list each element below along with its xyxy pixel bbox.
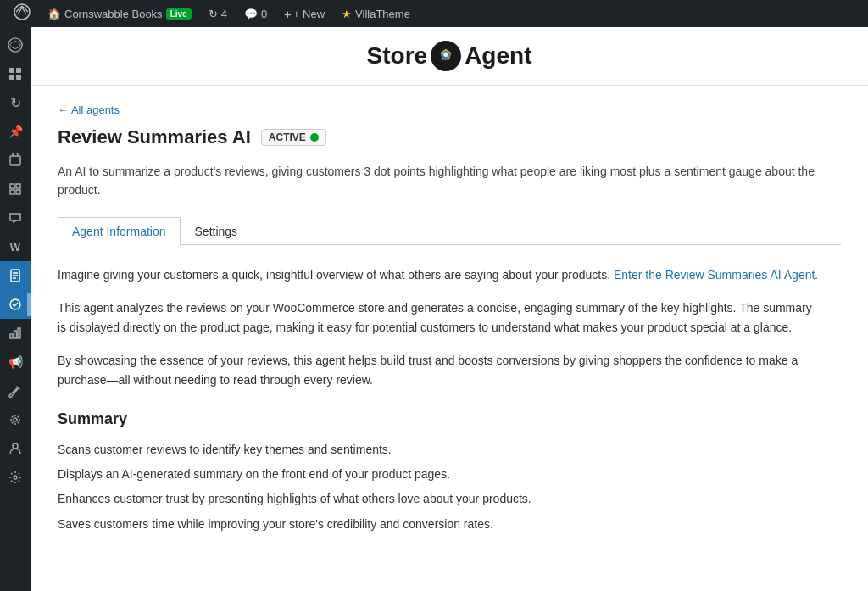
- svg-rect-6: [10, 156, 20, 165]
- house-icon: 🏠: [47, 8, 61, 20]
- sidebar-icon-updates[interactable]: ↻: [0, 88, 31, 117]
- sidebar-icon-tools[interactable]: [0, 376, 31, 405]
- svg-rect-9: [10, 190, 14, 194]
- svg-rect-10: [16, 190, 20, 194]
- tab-content-agent-information: Imagine giving your customers a quick, i…: [58, 245, 821, 560]
- site-name-item[interactable]: 🏠 Cornswabble Books Live: [41, 0, 198, 27]
- store-agent-logo: Store Agent: [367, 41, 532, 71]
- svg-point-1: [8, 38, 22, 52]
- sidebar-icon-comments[interactable]: [0, 204, 31, 232]
- svg-rect-2: [9, 68, 14, 73]
- tab-paragraph-1: Imagine giving your customers a quick, i…: [58, 265, 821, 285]
- tab-bar: Agent Information Settings: [58, 217, 841, 245]
- sidebar-icon-dashboard[interactable]: [0, 59, 31, 88]
- agent-description: An AI to summarize a product's reviews, …: [58, 162, 821, 200]
- svg-rect-16: [10, 334, 13, 338]
- main-wrapper: Store Agent ← All agents Review Summarie…: [31, 27, 868, 591]
- sidebar-icon-orders[interactable]: [0, 146, 31, 175]
- plus-icon: +: [284, 7, 292, 21]
- svg-rect-5: [16, 75, 21, 80]
- sidebar-icon-store-agent[interactable]: [0, 290, 31, 319]
- comments-count: 0: [261, 8, 267, 20]
- tab-paragraph-3: By showcasing the essence of your review…: [58, 351, 821, 390]
- sidebar-icon-appearance[interactable]: [0, 405, 31, 434]
- site-name-label: Cornswabble Books: [64, 8, 163, 20]
- wp-logo-icon: [14, 3, 31, 25]
- summary-heading: Summary: [58, 410, 821, 428]
- svg-point-21: [14, 476, 17, 479]
- updates-count: 4: [221, 8, 227, 20]
- sidebar-icon-pin[interactable]: 📌: [0, 117, 31, 146]
- svg-rect-3: [16, 68, 21, 73]
- sidebar-icon-wordpress[interactable]: [0, 31, 31, 59]
- sidebar-icon-settings[interactable]: [0, 463, 31, 492]
- updates-item[interactable]: ↻ 4: [202, 0, 234, 27]
- agent-title-row: Review Summaries AI ACTIVE: [58, 126, 841, 148]
- villatheme-label: VillaTheme: [355, 8, 410, 20]
- main-content: ← All agents Review Summaries AI ACTIVE …: [31, 86, 868, 577]
- plugin-area: Store Agent ← All agents Review Summarie…: [31, 27, 868, 591]
- active-badge: ACTIVE: [261, 129, 326, 146]
- agent-title: Review Summaries AI: [58, 126, 251, 148]
- sidebar-icon-pages[interactable]: [0, 261, 31, 290]
- svg-point-25: [443, 52, 448, 57]
- sidebar-icon-woo[interactable]: W: [0, 232, 31, 261]
- live-badge: Live: [166, 8, 192, 20]
- back-link[interactable]: ← All agents: [58, 103, 120, 116]
- svg-point-20: [13, 443, 18, 449]
- summary-item-1: Scans customer reviews to identify key t…: [58, 440, 821, 460]
- svg-rect-4: [9, 75, 14, 80]
- active-badge-label: ACTIVE: [269, 131, 306, 143]
- villatheme-item[interactable]: ★ VillaTheme: [335, 0, 417, 27]
- sidebar-icon-analytics[interactable]: [0, 319, 31, 348]
- logo-text-before: Store: [367, 42, 428, 70]
- logo-icon: [431, 41, 461, 71]
- star-icon: ★: [342, 8, 352, 20]
- comments-icon: 💬: [244, 8, 258, 20]
- active-dot: [310, 133, 319, 142]
- svg-rect-17: [14, 331, 17, 338]
- summary-item-3: Enhances customer trust by presenting hi…: [58, 489, 821, 509]
- admin-sidebar: ↻ 📌 W 📢: [0, 27, 31, 591]
- svg-rect-18: [18, 328, 20, 338]
- new-label: + New: [293, 8, 325, 20]
- logo-text-after: Agent: [465, 42, 531, 70]
- comments-item[interactable]: 💬 0: [237, 0, 274, 27]
- wp-logo-item[interactable]: [7, 0, 37, 27]
- admin-bar: 🏠 Cornswabble Books Live ↻ 4 💬 0 + + New…: [0, 0, 868, 27]
- svg-point-19: [14, 418, 17, 421]
- svg-rect-8: [16, 184, 20, 188]
- tab-paragraph-2: This agent analyzes the reviews on your …: [58, 298, 821, 337]
- summary-item-4: Saves customers time while improving you…: [58, 515, 821, 534]
- updates-icon: ↻: [209, 8, 218, 20]
- store-agent-header: Store Agent: [31, 27, 868, 86]
- tab-settings[interactable]: Settings: [181, 217, 253, 245]
- new-item[interactable]: + + New: [277, 0, 331, 27]
- tab-agent-information[interactable]: Agent Information: [58, 217, 181, 245]
- svg-rect-7: [10, 184, 14, 188]
- summary-item-2: Displays an AI-generated summary on the …: [58, 465, 821, 484]
- sidebar-icon-marketing[interactable]: 📢: [0, 348, 31, 376]
- sidebar-icon-products[interactable]: [0, 175, 31, 204]
- sidebar-icon-users[interactable]: [0, 434, 31, 463]
